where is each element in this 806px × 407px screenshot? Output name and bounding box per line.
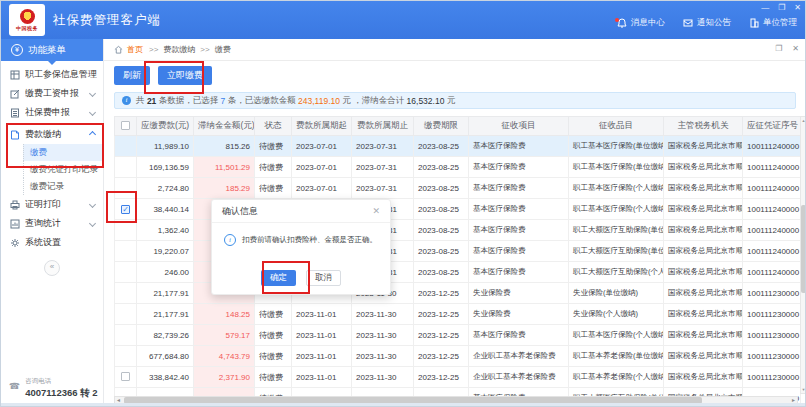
summary-bar: i 共 21 条数据，已选择 7 条，已选缴款金额 243,119.10 元 ，…	[114, 92, 796, 109]
cell-auth: 国家税务总局北京市顺义区..	[664, 304, 743, 325]
cell-due: 2023-12-25	[414, 304, 469, 325]
nav-notices[interactable]: 通知公告	[683, 17, 731, 29]
dialog-title: 确认信息	[222, 205, 258, 218]
building-icon	[749, 18, 759, 28]
chevron-down-icon	[89, 220, 96, 227]
cell-sub: 职工基本医疗保险(个人缴纳)	[569, 178, 664, 199]
cell-status: 待缴费	[255, 304, 292, 325]
cell-late: 185.29	[194, 178, 255, 199]
sidebar-collapse-button[interactable]: «	[44, 260, 60, 276]
hotline-number: 4007112366 转 2	[25, 387, 97, 400]
minimize-button[interactable]: —	[761, 3, 769, 13]
cell-amount: 338,842.40	[137, 367, 194, 388]
sidebar-item-query-statistics[interactable]: 查询统计	[1, 214, 103, 233]
national-emblem-icon	[20, 9, 35, 24]
close-button[interactable]: ✕	[794, 3, 801, 13]
table-row[interactable]: 11,989.10815.26待缴费2023-07-012023-07-3120…	[115, 136, 801, 157]
select-all-checkbox[interactable]	[121, 121, 130, 130]
cell-amount: 38,440.14	[137, 199, 194, 220]
row-checkbox-cell	[115, 262, 137, 283]
sidebar-item-wage-declaration[interactable]: 缴费工资申报	[1, 84, 103, 103]
yuan-circle-icon: ¥	[11, 44, 23, 56]
nav-message-center[interactable]: 消息中心	[617, 17, 665, 29]
cell-sub: 职工大额医疗互助保险(个人..	[569, 262, 664, 283]
nav-unit-management[interactable]: 单位管理	[749, 17, 797, 29]
row-checkbox[interactable]	[121, 372, 130, 381]
column-header: 征收品目	[569, 117, 664, 136]
table-row[interactable]: 677,684.804,743.79待缴费2023-11-012023-11-3…	[115, 346, 801, 367]
dialog-message: 扣费前请确认扣费险种、金额是否正确。	[242, 234, 377, 245]
cell-amount: 1,362.40	[137, 220, 194, 241]
cell-due: 2023-12-25	[414, 367, 469, 388]
cell-status: 待缴费	[255, 325, 292, 346]
cell-late: 579.17	[194, 325, 255, 346]
sidebar-item-certificate-print[interactable]: 证明打印	[1, 195, 103, 214]
sidebar-item-system-settings[interactable]: 系统设置	[1, 233, 103, 252]
annotation-box-sidebar-fee-payment	[6, 123, 104, 168]
cell-sub: 失业保险(单位缴纳)	[569, 283, 664, 304]
cell-amount: 11,989.10	[137, 136, 194, 157]
cell-auth: 国家税务总局北京市顺义区..	[664, 367, 743, 388]
row-checkbox-cell	[115, 367, 137, 388]
cell-end: 2023-07-31	[352, 178, 414, 199]
cell-start: 2023-11-01	[292, 304, 352, 325]
table-header-row: 应缴费款(元)滞纳金金额(元)状态费款所属期起费款所属期止缴费期限征收项目征收品…	[115, 117, 801, 136]
cell-item: 企业职工基本养老保险费	[469, 367, 569, 388]
vertical-scroll-thumb[interactable]	[801, 205, 806, 293]
cell-end: 2023-11-30	[352, 367, 414, 388]
sidebar-item-fee-declaration[interactable]: 社保费申报	[1, 103, 103, 122]
panel-close-icon[interactable]: ✕	[792, 44, 799, 53]
cell-end: 2023-11-30	[352, 325, 414, 346]
cell-end: 2023-11-30	[352, 346, 414, 367]
column-header: 应缴费款(元)	[137, 117, 194, 136]
table-row[interactable]: 21,177.91148.25待缴费2023-11-012023-11-3020…	[115, 304, 801, 325]
cell-sub: 职工大额医疗互助保险(单位..	[569, 220, 664, 241]
chevron-down-icon	[89, 90, 96, 97]
breadcrumb-home[interactable]: 首页	[127, 44, 143, 55]
dialog-close-icon[interactable]: ✕	[372, 206, 380, 216]
phone-icon: ☎	[9, 381, 20, 391]
vertical-scrollbar[interactable]: ▲ ▼	[800, 116, 806, 394]
cancel-button[interactable]: 取消	[306, 270, 341, 286]
cell-voucher: 100111240000	[743, 157, 801, 178]
panel-maximize-icon[interactable]: ❐	[775, 44, 782, 53]
table-row[interactable]: 338,842.402,371.90待缴费2023-11-012023-11-3…	[115, 367, 801, 388]
cell-late: 4,743.79	[194, 346, 255, 367]
cell-item: 基本医疗保险费	[469, 199, 569, 220]
cell-amount: 19,220.07	[137, 241, 194, 262]
column-header: 缴费期限	[414, 117, 469, 136]
doc-icon	[10, 108, 20, 118]
breadcrumb-fee-payment[interactable]: 费款缴纳	[163, 44, 195, 55]
cell-due: 2023-12-25	[414, 283, 469, 304]
table-row[interactable]: 82,739.26579.17待缴费2023-11-012023-11-3020…	[115, 325, 801, 346]
cell-voucher: 100111240000	[743, 136, 801, 157]
cell-auth: 国家税务总局北京市顺义区..	[664, 157, 743, 178]
table-row[interactable]: 2,724.80185.29待缴费2023-07-012023-07-31202…	[115, 178, 801, 199]
sidebar-header: ¥ 功能菜单	[1, 39, 103, 61]
breadcrumb: 首页 >> 费款缴纳 >> 缴费 ❐ ✕	[104, 39, 806, 61]
cell-amount: 21,177.91	[137, 304, 194, 325]
cell-start: 2023-11-01	[292, 367, 352, 388]
row-checkbox-cell	[115, 136, 137, 157]
select-all-checkbox-cell	[115, 117, 137, 136]
cell-late: 815.26	[194, 136, 255, 157]
cell-due: 2023-08-25	[414, 178, 469, 199]
cell-due: 2023-08-25	[414, 262, 469, 283]
cell-sub: 职工基本医疗保险(单位缴纳)	[569, 136, 664, 157]
hotline-label: 咨询电话	[25, 377, 97, 386]
sidebar-subitem-payment-records[interactable]: 缴费记录	[23, 178, 103, 195]
cell-amount: 169,136.59	[137, 157, 194, 178]
breadcrumb-pay[interactable]: 缴费	[215, 44, 231, 55]
scroll-down-arrow[interactable]: ▼	[801, 387, 806, 392]
table-row[interactable]: 169,136.5911,501.29待缴费2023-07-012023-07-…	[115, 157, 801, 178]
sidebar-item-employee-insurance-info[interactable]: 职工参保信息管理	[1, 65, 103, 84]
cell-end: 2023-07-31	[352, 157, 414, 178]
cell-item: 基本医疗保险费	[469, 220, 569, 241]
scroll-up-arrow[interactable]: ▲	[801, 118, 806, 123]
cell-auth: 国家税务总局北京市顺义区..	[664, 346, 743, 367]
maximize-button[interactable]: ❐	[778, 3, 785, 13]
cell-item: 失业保险费	[469, 283, 569, 304]
cell-voucher: 100111240000	[743, 199, 801, 220]
annotation-box-confirm-button	[262, 261, 310, 294]
column-header: 滞纳金金额(元)	[194, 117, 255, 136]
